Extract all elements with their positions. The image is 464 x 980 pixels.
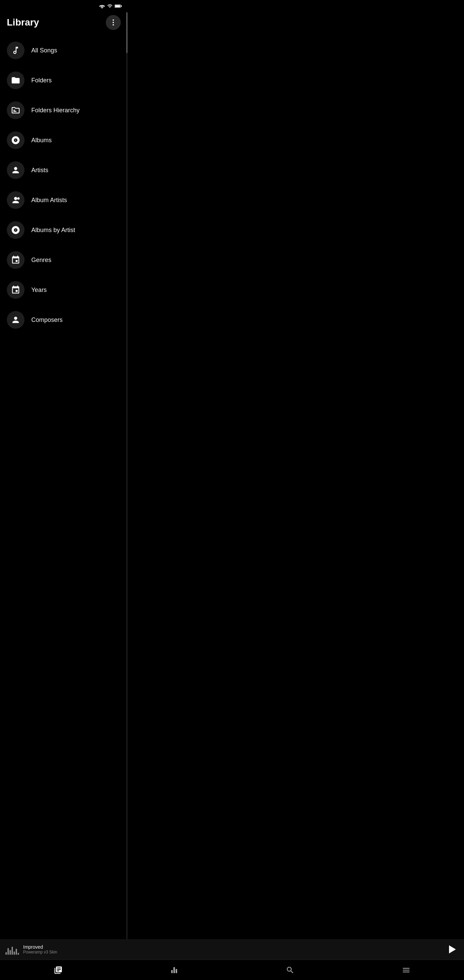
menu-list: All Songs Folders Folders Hierarchy Albu… [0, 35, 127, 362]
album-icon [11, 135, 21, 145]
menu-item-all-songs[interactable]: All Songs [0, 35, 127, 65]
waveform-icon [5, 944, 19, 955]
scrollbar-track [126, 12, 127, 980]
folders-label: Folders [31, 77, 52, 84]
albums-label: Albums [31, 137, 52, 144]
more-dots-icon [113, 19, 114, 25]
composers-icon-circle [7, 311, 24, 329]
folders-hierarchy-icon-circle [7, 102, 24, 119]
menu-item-albums-by-artist[interactable]: Albums by Artist [0, 215, 127, 245]
artists-label: Artists [31, 167, 48, 174]
status-bar [0, 0, 127, 12]
artists-icon-circle [7, 161, 24, 179]
now-playing-subtitle: Poweramp v3 Skin [23, 950, 57, 955]
svg-rect-4 [13, 111, 16, 111]
status-icons [99, 3, 122, 9]
menu-item-folders-hierarchy[interactable]: Folders Hierarchy [0, 95, 127, 125]
now-playing-title: Improved [23, 944, 57, 950]
svg-rect-2 [115, 5, 120, 7]
albums-by-artist-icon [11, 225, 21, 235]
menu-item-albums[interactable]: Albums [0, 125, 127, 155]
svg-rect-3 [13, 110, 15, 111]
genres-label: Genres [31, 256, 51, 264]
years-icon [11, 285, 21, 295]
menu-item-folders[interactable]: Folders [0, 65, 127, 95]
album-artists-label: Album Artists [31, 197, 67, 204]
folder-hierarchy-icon [11, 105, 21, 115]
svg-text:♪: ♪ [18, 198, 18, 199]
signal-icon [107, 3, 113, 9]
folder-icon [11, 76, 21, 85]
genres-icon [11, 255, 21, 265]
person-icon [11, 165, 21, 175]
albums-by-artist-icon-circle [7, 221, 24, 239]
menu-item-composers[interactable]: Composers [0, 305, 127, 335]
scrollbar-thumb[interactable] [126, 12, 127, 53]
years-icon-circle [7, 281, 24, 299]
composers-label: Composers [31, 317, 63, 324]
folders-icon-circle [7, 72, 24, 89]
menu-item-album-artists[interactable]: ♪ Album Artists [0, 185, 127, 215]
menu-item-genres[interactable]: Genres [0, 245, 127, 275]
composer-icon [11, 315, 21, 325]
page-title: Library [7, 17, 39, 28]
all-songs-label: All Songs [31, 47, 57, 54]
album-artist-icon: ♪ [11, 195, 21, 205]
all-songs-icon-circle [7, 41, 24, 59]
battery-icon [114, 4, 122, 8]
library-nav-icon [54, 966, 63, 975]
menu-item-artists[interactable]: Artists [0, 155, 127, 185]
nav-item-library[interactable] [48, 963, 68, 977]
folders-hierarchy-label: Folders Hierarchy [31, 107, 79, 114]
bottom-nav [0, 959, 127, 980]
now-playing-left: Improved Poweramp v3 Skin [5, 944, 57, 955]
menu-item-years[interactable]: Years [0, 275, 127, 305]
album-artists-icon-circle: ♪ [7, 191, 24, 209]
more-options-button[interactable] [106, 15, 121, 30]
albums-by-artist-label: Albums by Artist [31, 227, 75, 234]
now-playing-bar[interactable]: Improved Poweramp v3 Skin [0, 939, 127, 959]
genres-icon-circle [7, 251, 24, 269]
years-label: Years [31, 286, 47, 294]
wifi-icon [99, 4, 105, 8]
now-playing-text: Improved Poweramp v3 Skin [23, 944, 57, 955]
albums-icon-circle [7, 131, 24, 149]
music-note-icon [11, 46, 21, 55]
svg-rect-1 [121, 5, 121, 7]
header: Library [0, 12, 127, 35]
